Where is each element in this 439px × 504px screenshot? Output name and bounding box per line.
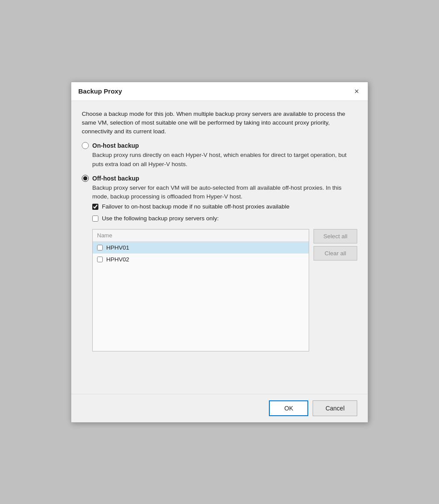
proxy-list-container: Name HPHV01 HPHV02 xyxy=(92,229,309,351)
on-host-option: On-host backup Backup proxy runs directl… xyxy=(82,142,357,169)
failover-label: Failover to on-host backup mode if no su… xyxy=(102,203,289,211)
off-host-label: Off-host backup xyxy=(92,175,139,182)
on-host-description: Backup proxy runs directly on each Hyper… xyxy=(92,151,357,169)
off-host-option: Off-host backup Backup proxy server for … xyxy=(82,175,357,223)
close-button[interactable]: × xyxy=(352,87,361,95)
list-item[interactable]: HPHV01 xyxy=(93,242,309,254)
use-following-checkbox[interactable] xyxy=(92,216,98,222)
use-following-label: Use the following backup proxy servers o… xyxy=(102,215,219,223)
cancel-button[interactable]: Cancel xyxy=(313,400,357,416)
on-host-label: On-host backup xyxy=(92,142,139,149)
off-host-radio[interactable] xyxy=(82,175,89,182)
dialog-footer: OK Cancel xyxy=(71,394,368,422)
proxy-list-section: Name HPHV01 HPHV02 Select all Clear all xyxy=(92,229,357,351)
list-header: Name xyxy=(93,229,309,242)
failover-checkbox[interactable] xyxy=(92,204,98,210)
hphv01-checkbox[interactable] xyxy=(97,245,103,250)
description-text: Choose a backup mode for this job. When … xyxy=(82,110,357,136)
dialog-body: Choose a backup mode for this job. When … xyxy=(71,101,368,394)
backup-proxy-dialog: Backup Proxy × Choose a backup mode for … xyxy=(71,82,368,423)
title-bar: Backup Proxy × xyxy=(71,82,368,101)
ok-button[interactable]: OK xyxy=(269,400,308,416)
off-host-label-row: Off-host backup xyxy=(82,175,357,182)
checkbox-section: Failover to on-host backup mode if no su… xyxy=(92,203,357,223)
select-all-button[interactable]: Select all xyxy=(314,229,357,243)
on-host-label-row: On-host backup xyxy=(82,142,357,149)
use-following-checkbox-row: Use the following backup proxy servers o… xyxy=(92,215,357,223)
hphv01-label: HPHV01 xyxy=(106,244,129,251)
proxy-list-buttons: Select all Clear all xyxy=(314,229,357,351)
clear-all-button[interactable]: Clear all xyxy=(314,246,357,261)
hphv02-checkbox[interactable] xyxy=(97,257,103,262)
list-item[interactable]: HPHV02 xyxy=(93,254,309,265)
hphv02-label: HPHV02 xyxy=(106,256,129,263)
failover-checkbox-row: Failover to on-host backup mode if no su… xyxy=(92,203,357,211)
dialog-title: Backup Proxy xyxy=(78,87,122,95)
off-host-description: Backup proxy server for each VM will be … xyxy=(92,184,357,202)
radio-section: On-host backup Backup proxy runs directl… xyxy=(82,142,357,223)
on-host-radio[interactable] xyxy=(82,142,89,149)
